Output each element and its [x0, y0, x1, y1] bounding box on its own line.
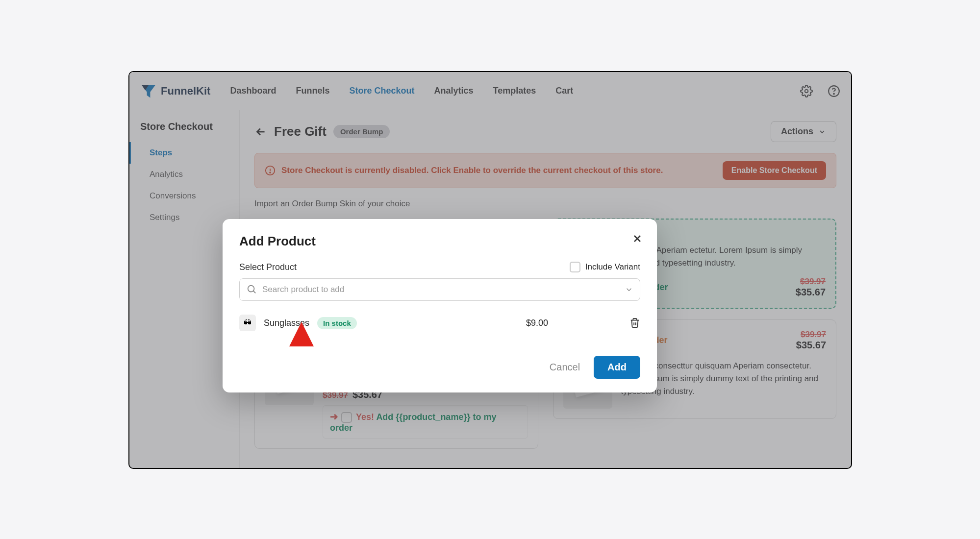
cancel-button[interactable]: Cancel — [550, 362, 580, 373]
product-price: $9.00 — [526, 318, 548, 328]
select-product-label: Select Product — [239, 262, 297, 272]
product-row: 🕶 Sunglasses In stock $9.00 — [239, 313, 640, 336]
search-icon — [246, 284, 257, 294]
add-product-modal: Add Product Select Product Include Varia… — [223, 219, 657, 392]
trash-icon[interactable] — [629, 318, 640, 328]
close-icon[interactable] — [631, 233, 643, 245]
product-name: Sunglasses — [264, 318, 309, 328]
search-input[interactable] — [239, 278, 640, 301]
modal-title: Add Product — [239, 234, 640, 249]
add-button[interactable]: Add — [594, 356, 640, 379]
include-variant-checkbox[interactable] — [570, 262, 580, 272]
svg-point-6 — [248, 286, 254, 292]
product-thumbnail: 🕶 — [239, 315, 256, 331]
chevron-down-icon[interactable] — [625, 285, 633, 294]
stock-badge: In stock — [317, 317, 357, 329]
include-variant-label: Include Variant — [585, 262, 640, 272]
